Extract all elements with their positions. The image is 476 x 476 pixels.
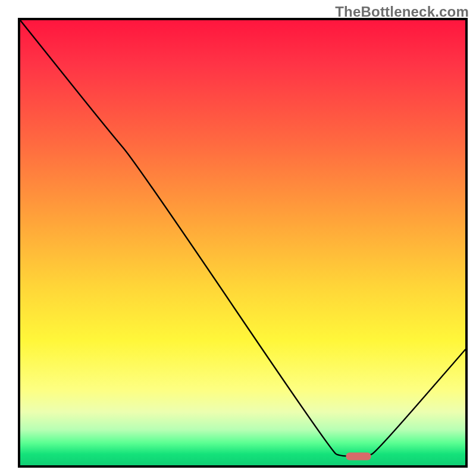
chart-svg bbox=[20, 20, 465, 465]
optimum-marker bbox=[346, 453, 371, 461]
bottleneck-curve bbox=[20, 20, 465, 456]
chart-container: TheBottleneck.com bbox=[0, 0, 476, 476]
plot-area bbox=[18, 18, 468, 468]
